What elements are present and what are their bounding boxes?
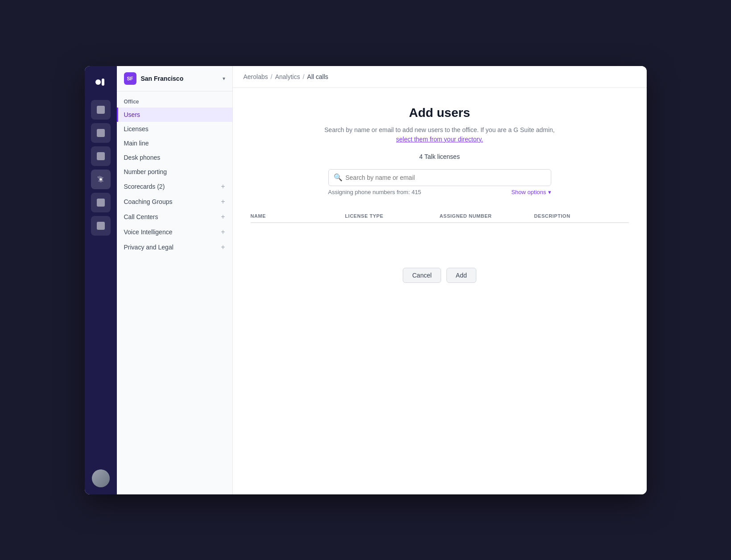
page-title: Add users bbox=[409, 106, 470, 120]
office-section-label: Office bbox=[117, 91, 232, 108]
search-hint-row: Assigning phone numbers from: 415 Show o… bbox=[328, 189, 551, 195]
org-badge: SF bbox=[124, 72, 136, 85]
expand-icon-coaching: + bbox=[221, 198, 225, 206]
breadcrumb-sep-2: / bbox=[303, 73, 305, 80]
show-options-label: Show options bbox=[511, 189, 546, 195]
sidebar-item-scorecards[interactable]: Scorecards (2) + bbox=[117, 179, 232, 194]
org-selector[interactable]: SF San Francisco ▾ bbox=[117, 66, 232, 91]
nav-icon-6[interactable] bbox=[91, 216, 111, 236]
expand-icon-callcenters: + bbox=[221, 213, 225, 221]
nav-square-icon-1 bbox=[97, 106, 105, 114]
cancel-button[interactable]: Cancel bbox=[403, 268, 441, 283]
col-name: Name bbox=[251, 213, 345, 219]
org-name: San Francisco bbox=[141, 75, 218, 82]
nav-square-icon-6 bbox=[97, 222, 105, 230]
content-area: Add users Search by name or email to add… bbox=[233, 88, 647, 494]
add-button[interactable]: Add bbox=[446, 268, 476, 283]
col-description: Description bbox=[534, 213, 629, 219]
subtitle-text: Search by name or email to add new users… bbox=[324, 125, 554, 144]
sidebar-item-deskphones-label: Desk phones bbox=[124, 154, 161, 161]
user-avatar[interactable] bbox=[92, 469, 110, 487]
sidebar-item-deskphones[interactable]: Desk phones bbox=[117, 150, 232, 165]
settings-nav-icon[interactable] bbox=[91, 170, 111, 189]
search-container: 🔍 Assigning phone numbers from: 415 Show… bbox=[328, 169, 551, 195]
expand-icon-vi: + bbox=[221, 228, 225, 236]
avatar-image bbox=[92, 469, 110, 487]
app-logo[interactable] bbox=[92, 73, 110, 91]
licenses-badge: 4 Talk licenses bbox=[419, 153, 460, 160]
nav-icon-3[interactable] bbox=[91, 146, 111, 166]
sidebar-item-coaching-label: Coaching Groups bbox=[124, 198, 173, 205]
chevron-down-options-icon: ▾ bbox=[548, 189, 551, 195]
col-license-type: License Type bbox=[345, 213, 440, 219]
col-assigned-number: Assigned Number bbox=[440, 213, 534, 219]
sidebar-item-callcenters-label: Call Centers bbox=[124, 213, 158, 220]
search-input[interactable] bbox=[328, 169, 551, 186]
sidebar-item-licenses-label: Licenses bbox=[124, 125, 149, 133]
svg-point-0 bbox=[95, 79, 101, 85]
expand-icon-privacy: + bbox=[221, 243, 225, 251]
breadcrumb-section[interactable]: Analytics bbox=[275, 73, 300, 80]
sidebar-item-mainline-label: Main line bbox=[124, 140, 149, 147]
chevron-down-icon: ▾ bbox=[223, 75, 225, 82]
phone-hint-text: Assigning phone numbers from: 415 bbox=[328, 189, 421, 195]
table-body bbox=[251, 223, 629, 259]
show-options-button[interactable]: Show options ▾ bbox=[511, 189, 551, 195]
search-icon: 🔍 bbox=[334, 173, 343, 182]
sidebar-item-privacy-label: Privacy and Legal bbox=[124, 244, 173, 251]
breadcrumb-org[interactable]: Aerolabs bbox=[244, 73, 268, 80]
expand-icon-scorecards: + bbox=[221, 183, 225, 191]
sidebar-item-licenses[interactable]: Licenses bbox=[117, 122, 232, 136]
svg-rect-1 bbox=[102, 79, 104, 86]
main-content: Aerolabs / Analytics / All calls Add use… bbox=[233, 66, 647, 494]
nav-square-icon-3 bbox=[97, 152, 105, 160]
nav-square-icon-2 bbox=[97, 129, 105, 137]
search-input-wrap: 🔍 bbox=[328, 169, 551, 186]
table-header: Name License Type Assigned Number Descri… bbox=[251, 210, 629, 223]
sidebar-item-privacy-legal[interactable]: Privacy and Legal + bbox=[117, 240, 232, 255]
breadcrumb: Aerolabs / Analytics / All calls bbox=[233, 66, 647, 88]
nav-icon-2[interactable] bbox=[91, 123, 111, 143]
gear-icon bbox=[96, 175, 105, 184]
icon-bar bbox=[85, 66, 117, 494]
nav-square-icon-5 bbox=[97, 199, 105, 207]
sidebar-item-numberporting-label: Number porting bbox=[124, 168, 167, 175]
sidebar-item-mainline[interactable]: Main line bbox=[117, 136, 232, 150]
sidebar-item-users[interactable]: Users bbox=[117, 108, 232, 122]
nav-icon-1[interactable] bbox=[91, 100, 111, 120]
directory-link[interactable]: select them from your directory. bbox=[396, 136, 483, 143]
sidebar-item-users-label: Users bbox=[124, 111, 140, 118]
sidebar-item-coaching-groups[interactable]: Coaching Groups + bbox=[117, 194, 232, 209]
sidebar-item-voice-intelligence[interactable]: Voice Intelligence + bbox=[117, 224, 232, 240]
sidebar-item-numberporting[interactable]: Number porting bbox=[117, 165, 232, 179]
action-row: Cancel Add bbox=[403, 268, 476, 283]
sidebar-item-scorecards-label: Scorecards (2) bbox=[124, 183, 165, 190]
sidebar-item-callcenters[interactable]: Call Centers + bbox=[117, 209, 232, 224]
nav-icon-5[interactable] bbox=[91, 193, 111, 212]
breadcrumb-current: All calls bbox=[307, 73, 328, 80]
breadcrumb-sep-1: / bbox=[271, 73, 273, 80]
sidebar-item-vi-label: Voice Intelligence bbox=[124, 228, 173, 236]
sidebar: SF San Francisco ▾ Office Users Licenses… bbox=[117, 66, 233, 494]
users-table: Name License Type Assigned Number Descri… bbox=[251, 210, 629, 259]
